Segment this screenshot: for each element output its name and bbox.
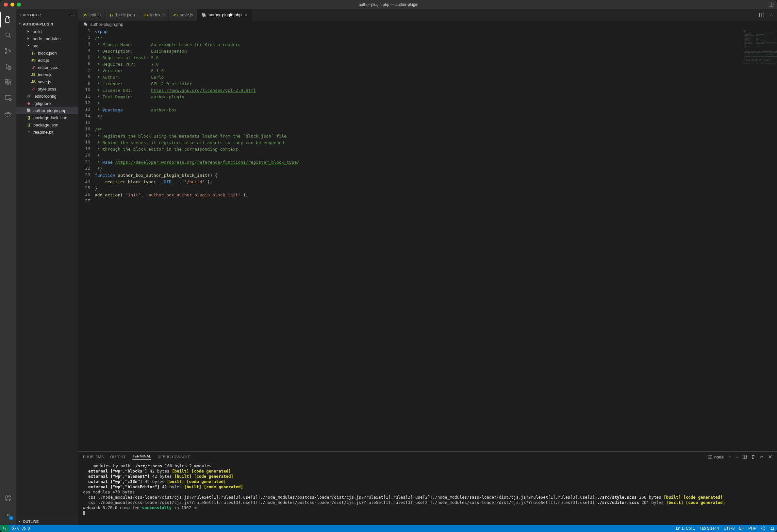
code-editor[interactable]: 1234567891011121314151617181920212223242… — [79, 28, 777, 451]
run-debug-icon[interactable] — [0, 59, 16, 75]
settings-gear-icon[interactable]: 1 — [0, 507, 16, 523]
editor-more-icon[interactable]: ··· — [768, 12, 774, 17]
window-close-icon[interactable] — [4, 3, 8, 7]
status-warnings[interactable]: 0 — [22, 526, 32, 531]
tab-label: edit.js — [90, 12, 101, 17]
terminal-line: external ["wp","i18n"] 42 bytes [built] … — [83, 479, 772, 484]
editor-tab[interactable]: {}block.json — [105, 9, 139, 21]
status-errors[interactable]: 0 — [9, 526, 22, 531]
scss-icon: 𝓢 — [31, 87, 36, 91]
file-item[interactable]: JSsave.js — [16, 78, 79, 85]
split-terminal-icon[interactable] — [742, 454, 747, 459]
file-item[interactable]: JSedit.js — [16, 57, 79, 64]
status-eol[interactable]: LF — [737, 526, 746, 531]
new-terminal-icon[interactable]: ＋ — [728, 454, 732, 460]
layout-toggle-icon[interactable] — [769, 2, 777, 7]
remote-indicator[interactable] — [0, 525, 9, 532]
tab-output[interactable]: OUTPUT — [110, 455, 126, 459]
tree-item-label: build — [33, 29, 41, 34]
tab-terminal[interactable]: TERMINAL — [132, 454, 151, 460]
window-maximize-icon[interactable] — [17, 3, 21, 7]
scss-icon: 𝓢 — [31, 65, 36, 70]
settings-badge: 1 — [9, 516, 13, 520]
file-item[interactable]: ≡readme.txt — [16, 128, 79, 136]
project-name: AUTHOR-PLUGIN — [23, 22, 53, 26]
js-icon: JS — [31, 80, 36, 84]
editor-tab[interactable]: JSedit.js — [79, 9, 105, 21]
chevron-right-icon — [26, 36, 31, 41]
explorer-more-icon[interactable]: ··· — [70, 13, 75, 17]
panel-close-icon[interactable] — [768, 454, 772, 459]
file-item[interactable]: ⚙.editorconfig — [16, 93, 79, 100]
terminal-line: modules by path ./src/*.scss 100 bytes 2… — [83, 463, 772, 468]
source-control-icon[interactable] — [0, 43, 16, 59]
status-language[interactable]: PHP — [746, 526, 759, 531]
svg-rect-26 — [708, 455, 712, 458]
file-item[interactable]: {}package.json — [16, 121, 79, 128]
file-item[interactable]: JSindex.js — [16, 71, 79, 78]
terminal-shell-label[interactable]: node — [708, 454, 724, 459]
tab-debug-console[interactable]: DEBUG CONSOLE — [158, 455, 191, 459]
status-indent[interactable]: Tab Size: 4 — [697, 526, 721, 531]
terminal-line: webpack 5.70.0 compiled successfully in … — [83, 505, 772, 510]
php-icon: 🐘 — [83, 22, 88, 26]
editor-tab[interactable]: 🐘author-plugin.php× — [197, 9, 252, 21]
editor-tab[interactable]: JSsave.js — [169, 9, 197, 21]
file-item[interactable]: 𝓢editor.scss — [16, 64, 79, 71]
code-line: * — [95, 152, 299, 159]
status-lncol[interactable]: Ln 1, Col 1 — [674, 526, 697, 531]
code-line: * @see https://developer.wordpress.org/r… — [95, 159, 299, 166]
docker-icon[interactable] — [0, 106, 16, 122]
minimap[interactable]: <?php /** * Plugin Name: An example bloc… — [741, 28, 777, 451]
code-line: * — [95, 100, 299, 107]
js-icon: JS — [31, 73, 36, 77]
chevron-down-icon — [26, 43, 31, 48]
json-icon: {} — [26, 123, 31, 127]
tree-item-label: block.json — [38, 50, 57, 56]
file-item[interactable]: {}package-lock.json — [16, 114, 79, 121]
kill-terminal-icon[interactable] — [751, 454, 755, 459]
accounts-icon[interactable] — [0, 490, 16, 506]
file-item[interactable]: ◆.gitignore — [16, 100, 79, 107]
tab-problems[interactable]: PROBLEMS — [83, 455, 104, 459]
project-section-header[interactable]: AUTHOR-PLUGIN — [16, 21, 79, 28]
window-titlebar: author-plugin.php — author-plugin — [0, 0, 777, 9]
svg-point-5 — [6, 52, 7, 54]
search-icon[interactable] — [0, 27, 16, 43]
status-feedback-icon[interactable] — [759, 526, 768, 531]
svg-point-2 — [6, 33, 10, 37]
editor-tabs: JSedit.js{}block.jsonJSindex.jsJSsave.js… — [79, 9, 777, 21]
code-line: * Plugin Name: An example block for Kins… — [95, 41, 299, 48]
status-bar: 0 0 Ln 1, Col 1 Tab Size: 4 UTF-8 LF PHP — [0, 525, 777, 532]
folder-item[interactable]: build — [16, 28, 79, 35]
editor-tab[interactable]: JSindex.js — [139, 9, 169, 21]
activity-bar: 1 — [0, 9, 16, 525]
file-item[interactable]: 🐘author-plugin.php — [16, 107, 79, 114]
terminal-dropdown-icon[interactable]: ⌄ — [736, 455, 739, 459]
file-item[interactable]: {}block.json — [16, 49, 79, 57]
outline-section-header[interactable]: OUTLINE — [16, 518, 79, 525]
json-icon: {} — [26, 116, 31, 120]
gear-icon: ⚙ — [26, 94, 31, 98]
git-icon: ◆ — [26, 101, 31, 106]
close-icon[interactable]: × — [245, 12, 248, 18]
extensions-icon[interactable] — [0, 75, 16, 90]
panel-chevron-up-icon[interactable] — [759, 454, 764, 459]
split-editor-icon[interactable] — [759, 12, 764, 18]
explorer-sidebar: EXPLORER ··· AUTHOR-PLUGIN buildnode_mod… — [16, 9, 79, 525]
file-tree: buildnode_modulessrc{}block.jsonJSedit.j… — [16, 28, 79, 518]
terminal-output[interactable]: modules by path ./src/*.scss 100 bytes 2… — [79, 462, 777, 525]
remote-explorer-icon[interactable] — [0, 90, 16, 106]
status-encoding[interactable]: UTF-8 — [721, 526, 737, 531]
svg-rect-20 — [8, 112, 9, 113]
folder-item[interactable]: src — [16, 42, 79, 49]
code-line: /** — [95, 126, 299, 133]
explorer-icon[interactable] — [0, 12, 16, 27]
file-item[interactable]: 𝓢style.scss — [16, 85, 79, 93]
json-icon: {} — [31, 51, 36, 55]
breadcrumb[interactable]: 🐘 author-plugin.php — [79, 21, 777, 28]
status-bell-icon[interactable] — [768, 526, 777, 531]
folder-item[interactable]: node_modules — [16, 35, 79, 42]
svg-point-6 — [9, 50, 11, 51]
window-minimize-icon[interactable] — [10, 3, 14, 7]
